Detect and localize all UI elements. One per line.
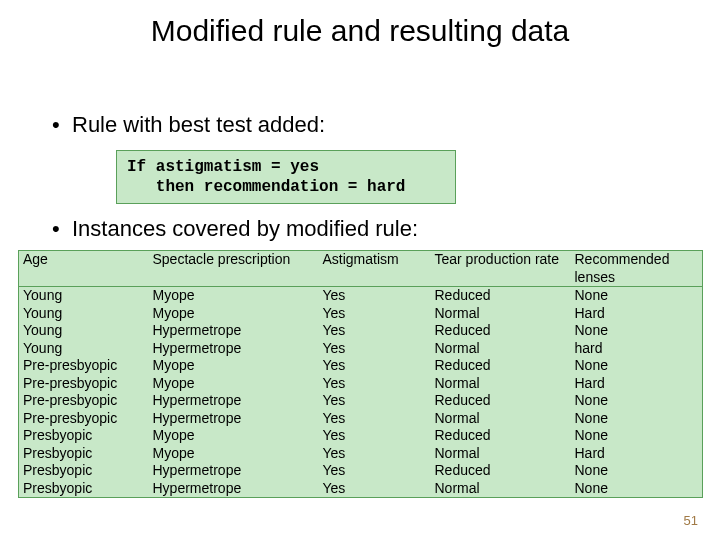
bullet-rule-added: Rule with best test added:: [72, 112, 325, 138]
cell-spec: Hypermetrope: [149, 392, 319, 410]
cell-rec: None: [571, 322, 703, 340]
cell-tear: Normal: [431, 340, 571, 358]
cell-ast: Yes: [319, 410, 431, 428]
table-header-row: Age Spectacle prescription Astigmatism T…: [19, 251, 703, 287]
cell-spec: Hypermetrope: [149, 480, 319, 498]
table-row: PresbyopicHypermetropeYesNormalNone: [19, 480, 703, 498]
cell-age: Young: [19, 322, 149, 340]
cell-tear: Reduced: [431, 322, 571, 340]
cell-ast: Yes: [319, 427, 431, 445]
cell-ast: Yes: [319, 322, 431, 340]
cell-tear: Reduced: [431, 462, 571, 480]
cell-rec: None: [571, 427, 703, 445]
cell-age: Young: [19, 340, 149, 358]
cell-ast: Yes: [319, 445, 431, 463]
cell-spec: Myope: [149, 445, 319, 463]
cell-age: Pre-presbyopic: [19, 392, 149, 410]
table-row: YoungHypermetropeYesNormalhard: [19, 340, 703, 358]
table-row: Pre-presbyopicMyopeYesNormalHard: [19, 375, 703, 393]
cell-ast: Yes: [319, 480, 431, 498]
cell-spec: Hypermetrope: [149, 410, 319, 428]
cell-tear: Normal: [431, 445, 571, 463]
table-row: Pre-presbyopicMyopeYesReducedNone: [19, 357, 703, 375]
cell-rec: None: [571, 480, 703, 498]
slide-title: Modified rule and resulting data: [0, 14, 720, 48]
table-row: Pre-presbyopicHypermetropeYesReducedNone: [19, 392, 703, 410]
slide: Modified rule and resulting data Rule wi…: [0, 0, 720, 540]
cell-rec: Hard: [571, 375, 703, 393]
table-row: PresbyopicMyopeYesReducedNone: [19, 427, 703, 445]
col-header-ast: Astigmatism: [319, 251, 431, 287]
cell-ast: Yes: [319, 392, 431, 410]
cell-tear: Reduced: [431, 427, 571, 445]
table-row: YoungHypermetropeYesReducedNone: [19, 322, 703, 340]
cell-spec: Hypermetrope: [149, 462, 319, 480]
cell-spec: Myope: [149, 375, 319, 393]
col-header-age: Age: [19, 251, 149, 287]
cell-rec: None: [571, 392, 703, 410]
table-row: PresbyopicMyopeYesNormalHard: [19, 445, 703, 463]
cell-spec: Hypermetrope: [149, 322, 319, 340]
rule-code-box: If astigmatism = yes then recommendation…: [116, 150, 456, 204]
cell-age: Presbyopic: [19, 480, 149, 498]
cell-spec: Myope: [149, 357, 319, 375]
cell-rec: hard: [571, 340, 703, 358]
cell-ast: Yes: [319, 287, 431, 305]
cell-tear: Normal: [431, 480, 571, 498]
cell-age: Presbyopic: [19, 427, 149, 445]
cell-ast: Yes: [319, 462, 431, 480]
cell-age: Pre-presbyopic: [19, 375, 149, 393]
table-row: YoungMyopeYesNormalHard: [19, 305, 703, 323]
cell-age: Presbyopic: [19, 445, 149, 463]
cell-rec: None: [571, 287, 703, 305]
cell-tear: Reduced: [431, 392, 571, 410]
cell-tear: Normal: [431, 305, 571, 323]
table-row: Pre-presbyopicHypermetropeYesNormalNone: [19, 410, 703, 428]
cell-tear: Normal: [431, 410, 571, 428]
table-row: PresbyopicHypermetropeYesReducedNone: [19, 462, 703, 480]
col-header-rec: Recommended lenses: [571, 251, 703, 287]
cell-age: Pre-presbyopic: [19, 357, 149, 375]
col-header-tear: Tear production rate: [431, 251, 571, 287]
bullet-instances-covered: Instances covered by modified rule:: [72, 216, 418, 242]
cell-tear: Normal: [431, 375, 571, 393]
cell-spec: Hypermetrope: [149, 340, 319, 358]
instances-table: Age Spectacle prescription Astigmatism T…: [18, 250, 703, 498]
cell-age: Presbyopic: [19, 462, 149, 480]
cell-spec: Myope: [149, 427, 319, 445]
cell-age: Young: [19, 287, 149, 305]
cell-ast: Yes: [319, 305, 431, 323]
cell-age: Young: [19, 305, 149, 323]
cell-ast: Yes: [319, 340, 431, 358]
cell-tear: Reduced: [431, 287, 571, 305]
cell-age: Pre-presbyopic: [19, 410, 149, 428]
table-row: YoungMyopeYesReducedNone: [19, 287, 703, 305]
cell-spec: Myope: [149, 287, 319, 305]
cell-spec: Myope: [149, 305, 319, 323]
cell-rec: Hard: [571, 445, 703, 463]
cell-tear: Reduced: [431, 357, 571, 375]
col-header-spec: Spectacle prescription: [149, 251, 319, 287]
cell-rec: Hard: [571, 305, 703, 323]
page-number: 51: [684, 513, 698, 528]
cell-rec: None: [571, 462, 703, 480]
cell-ast: Yes: [319, 357, 431, 375]
cell-rec: None: [571, 357, 703, 375]
cell-rec: None: [571, 410, 703, 428]
cell-ast: Yes: [319, 375, 431, 393]
